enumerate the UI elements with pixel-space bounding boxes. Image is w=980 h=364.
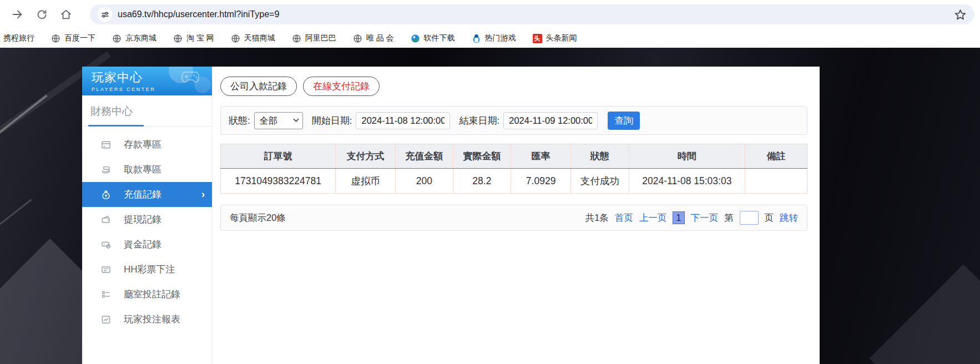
chevron-right-icon: › <box>201 189 205 200</box>
header-actual-amount: 實際金額 <box>453 144 511 169</box>
sidebar-item-withdraw[interactable]: 取款專區 › <box>82 157 212 182</box>
start-date-input[interactable] <box>356 112 450 129</box>
penguin-icon <box>472 34 481 43</box>
records-table: 訂單號 支付方式 充值金額 實際金額 匯率 狀態 時間 備註 173104938 <box>220 144 807 194</box>
sidebar-item-funds-records[interactable]: 資金記錄 › <box>82 232 212 257</box>
money-bag-icon <box>100 189 112 200</box>
bookmark-tmall[interactable]: 天猫商城 <box>231 33 275 43</box>
cell-exchange-rate: 7.0929 <box>511 169 571 194</box>
jump-page-input[interactable] <box>740 211 759 225</box>
bookmark-games[interactable]: 热门游戏 <box>472 33 516 43</box>
sidebar-item-player-bet-report[interactable]: 玩家投注報表 › <box>82 307 212 332</box>
bookmark-software[interactable]: 软件下载 <box>411 33 455 43</box>
bookmark-xiecheng[interactable]: 携程旅行 <box>3 33 34 43</box>
header-time: 時間 <box>629 144 745 169</box>
table-row: 1731049383224781 虚拟币 200 28.2 7.0929 支付成… <box>221 169 807 194</box>
filter-bar: 狀態: 全部 開始日期: 結束日期: 查詢 <box>220 106 807 135</box>
sidebar-subtitle: PLAYERS CENTER <box>92 87 212 92</box>
jump-label-pre: 第 <box>724 212 734 224</box>
header-exchange-rate: 匯率 <box>511 144 571 169</box>
home-icon <box>60 8 72 21</box>
address-bar[interactable]: usa69.tv/hhcp/usercenter.html?iniType=9 <box>90 4 974 24</box>
globe-icon <box>173 34 183 43</box>
wallet-icon <box>100 214 112 225</box>
header-status: 狀態 <box>571 144 629 169</box>
sidebar-item-label: 提現記錄 <box>124 213 161 226</box>
url-text[interactable]: usa69.tv/hhcp/usercenter.html?iniType=9 <box>118 9 279 19</box>
hall-list-icon <box>100 289 112 300</box>
bookmark-baidu[interactable]: 百度一下 <box>51 33 95 43</box>
tab-online-payment-records[interactable]: 在線支付記錄 <box>303 77 380 96</box>
user-center-card: 玩家中心 PLAYERS CENTER 財務中心 存款專區 › 取款專區 › <box>82 67 820 364</box>
status-select-wrap: 全部 <box>254 112 303 129</box>
sidebar-item-label: 資金記錄 <box>124 238 161 251</box>
record-tabs: 公司入款記錄 在線支付記錄 <box>220 77 807 96</box>
browser-window: usa69.tv/hhcp/usercenter.html?iniType=9 … <box>0 0 980 364</box>
bookmark-jd[interactable]: 京东商城 <box>112 33 156 43</box>
tracking-protection-icon <box>101 11 109 19</box>
software-download-icon <box>411 34 420 43</box>
background-shape <box>869 264 980 364</box>
table-header: 訂單號 支付方式 充值金額 實際金額 匯率 狀態 時間 備註 <box>221 144 807 169</box>
sidebar: 玩家中心 PLAYERS CENTER 財務中心 存款專區 › 取款專區 › <box>82 67 213 364</box>
section-title: 財務中心 <box>82 95 212 119</box>
globe-icon <box>353 34 362 43</box>
forward-icon <box>11 8 23 21</box>
site-background: 玩家中心 PLAYERS CENTER 財務中心 存款專區 › 取款專區 › <box>0 48 980 364</box>
section-divider <box>82 125 212 127</box>
first-page-link[interactable]: 首页 <box>615 212 633 224</box>
globe-icon <box>112 34 122 43</box>
sidebar-item-hall-bet-records[interactable]: 廳室投註記錄 › <box>82 282 212 307</box>
header-payment-method: 支付方式 <box>336 144 396 169</box>
header-order-no: 訂單號 <box>221 144 336 169</box>
end-date-label: 結束日期: <box>459 114 499 127</box>
cell-time: 2024-11-08 15:03:03 <box>629 169 745 194</box>
sidebar-item-hh-lottery-bets[interactable]: HH彩票下注 › <box>82 257 212 282</box>
reload-icon <box>36 9 48 21</box>
bookmark-alibaba[interactable]: 阿里巴巴 <box>292 33 336 43</box>
sidebar-item-deposit[interactable]: 存款專區 › <box>82 132 212 157</box>
section-underline <box>88 125 144 127</box>
cell-recharge-amount: 200 <box>395 169 453 194</box>
sidebar-menu: 存款專區 › 取款專區 › 充值記錄 › 提現 <box>82 127 212 332</box>
globe-icon <box>51 34 60 43</box>
toutiao-icon: 头 <box>533 34 542 43</box>
sidebar-item-recharge-records[interactable]: 充值記錄 › <box>82 182 212 207</box>
end-date-input[interactable] <box>503 112 598 129</box>
bookmark-toutiao[interactable]: 头 头条新闻 <box>533 33 577 43</box>
current-page-indicator: 1 <box>673 211 684 224</box>
deposit-icon <box>100 139 112 150</box>
gamepad-icon <box>181 70 200 84</box>
sidebar-item-label: 玩家投注報表 <box>124 313 180 326</box>
cash-icon <box>100 239 112 250</box>
total-count-text: 共1条 <box>585 212 609 224</box>
tab-company-deposit-records[interactable]: 公司入款記錄 <box>220 77 297 96</box>
forward-button[interactable] <box>9 6 26 23</box>
cell-status: 支付成功 <box>571 169 629 194</box>
cell-payment-method: 虚拟币 <box>336 169 396 194</box>
bookmark-taobao[interactable]: 淘 宝 网 <box>173 33 214 43</box>
jump-button[interactable]: 跳转 <box>780 212 798 224</box>
bookmark-star-icon[interactable] <box>954 8 967 21</box>
sidebar-item-cashout-records[interactable]: 提現記錄 › <box>82 207 212 232</box>
jump-label-post: 页 <box>765 212 774 224</box>
status-label: 狀態: <box>229 114 250 127</box>
pagination-bar: 每頁顯示20條 共1条 首页 上一页 1 下一页 第 页 跳转 <box>220 205 807 231</box>
home-button[interactable] <box>58 6 74 23</box>
reload-button[interactable] <box>33 6 50 23</box>
cell-order-no: 1731049383224781 <box>221 169 336 194</box>
withdraw-icon <box>100 164 112 175</box>
status-select[interactable]: 全部 <box>254 112 303 129</box>
pagination-controls: 共1条 首页 上一页 1 下一页 第 页 跳转 <box>585 211 798 225</box>
cell-actual-amount: 28.2 <box>453 169 511 194</box>
lottery-list-icon <box>100 264 112 275</box>
prev-page-link[interactable]: 上一页 <box>639 212 667 224</box>
bookmark-vip[interactable]: 唯 品 会 <box>353 33 394 43</box>
globe-icon <box>292 34 301 43</box>
next-page-link[interactable]: 下一页 <box>691 212 719 224</box>
site-info-chip[interactable] <box>98 7 112 22</box>
browser-toolbar: usa69.tv/hhcp/usercenter.html?iniType=9 <box>0 0 980 29</box>
sidebar-item-label: 充值記錄 <box>124 188 161 201</box>
search-button[interactable]: 查詢 <box>608 112 640 130</box>
players-center-banner: 玩家中心 PLAYERS CENTER <box>82 67 212 95</box>
